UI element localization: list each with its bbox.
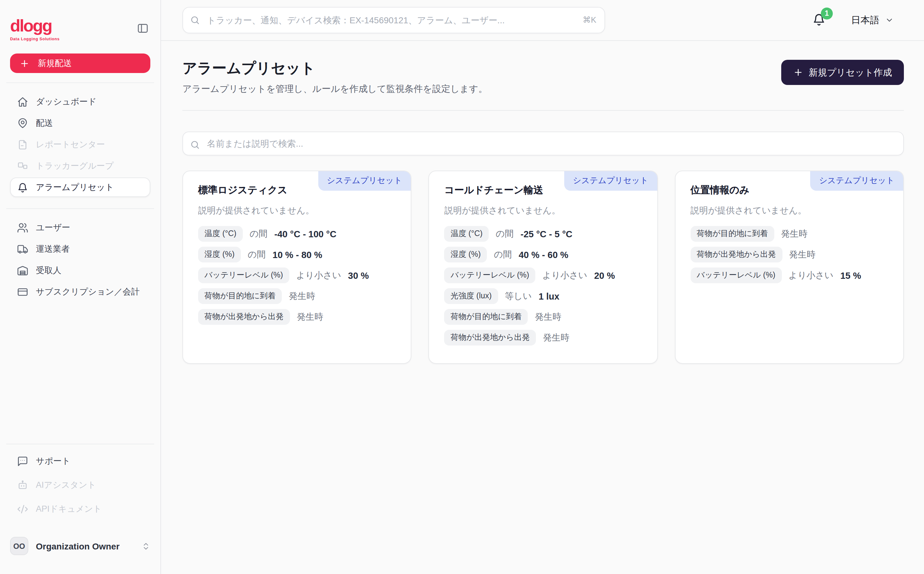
page-subtitle: アラームプリセットを管理し、ルールを作成して監視条件を設定します。: [182, 83, 487, 95]
create-preset-button[interactable]: 新規プリセット作成: [781, 60, 904, 85]
sidebar-item-subscription-accounting[interactable]: サブスクリプション／会計: [10, 282, 150, 301]
preset-card-cold-chain[interactable]: システムプリセット コールドチェーン輸送 説明が提供されていません。 温度 (°…: [429, 170, 658, 363]
sidebar-item-tracker-groups[interactable]: トラッカーグループ: [10, 156, 150, 176]
sidebar-nav-footer: サポート AIアシスタント APIドキュメント: [10, 451, 150, 522]
sidebar-item-carriers[interactable]: 運送業者: [10, 239, 150, 259]
rule-condition: 発生時: [781, 228, 808, 240]
sidebar-item-label: APIドキュメント: [36, 503, 102, 515]
sidebar-item-label: アラームプリセット: [36, 181, 114, 193]
sidebar-header: dlogg Data Logging Solutions: [10, 0, 150, 41]
rule-row: バッテリーレベル (%) より小さい 30 %: [198, 267, 396, 284]
rule-row: 荷物が目的地に到着 発生時: [198, 288, 396, 304]
sidebar-divider: [6, 444, 154, 444]
page-title: アラームプリセット: [182, 60, 487, 77]
rule-value: 40 % - 60 %: [519, 249, 568, 260]
rule-row: 光強度 (lux) 等しい 1 lux: [445, 288, 642, 304]
system-preset-badge: システムプリセット: [564, 171, 657, 191]
metric-chip: バッテリーレベル (%): [198, 268, 289, 283]
preset-description: 説明が提供されていません。: [198, 205, 396, 216]
bell-icon: [17, 181, 28, 193]
sidebar-item-dashboard[interactable]: ダッシュボード: [10, 92, 150, 111]
rule-condition: 等しい: [505, 290, 531, 302]
preset-card-grid: システムプリセット 標準ロジスティクス 説明が提供されていません。 温度 (°C…: [182, 170, 904, 363]
user-name: Organization Owner: [36, 541, 134, 551]
sidebar-item-recipients[interactable]: 受取人: [10, 260, 150, 280]
credit-card-icon: [17, 286, 28, 297]
preset-description: 説明が提供されていません。: [445, 205, 642, 216]
preset-card-location-only[interactable]: システムプリセット 位置情報のみ 説明が提供されていません。 荷物が目的地に到着…: [674, 170, 904, 363]
sidebar-item-label: ダッシュボード: [36, 96, 97, 107]
metric-chip: 湿度 (%): [445, 247, 487, 262]
rule-row: 温度 (°C) の間 -25 °C - 5 °C: [445, 226, 642, 242]
sidebar-item-api-docs[interactable]: APIドキュメント: [10, 498, 150, 520]
panel-left-icon: [137, 22, 149, 35]
rule-value: 15 %: [840, 270, 861, 281]
page-header: アラームプリセット アラームプリセットを管理し、ルールを作成して監視条件を設定し…: [182, 60, 904, 95]
rule-value: 20 %: [594, 270, 615, 281]
sidebar-divider: [6, 82, 154, 83]
rule-value: 30 %: [348, 270, 369, 281]
sidebar-item-label: 受取人: [36, 265, 61, 276]
chat-icon: [17, 456, 28, 467]
sidebar-spacer: [10, 303, 150, 434]
search-icon: [190, 15, 200, 25]
system-preset-badge: システムプリセット: [318, 171, 411, 191]
preset-filter-input[interactable]: [182, 131, 904, 155]
rule-row: 荷物が出発地から出発 発生時: [198, 309, 396, 325]
rule-list: 温度 (°C) の間 -25 °C - 5 °C 湿度 (%) の間 40 % …: [445, 226, 642, 346]
app-root: dlogg Data Logging Solutions 新規配送 ダッシュボー…: [0, 0, 924, 574]
rule-condition: 発生時: [543, 332, 569, 343]
rule-value: 1 lux: [539, 291, 559, 301]
sidebar-item-report-center[interactable]: レポートセンター: [10, 135, 150, 154]
preset-card-standard-logistics[interactable]: システムプリセット 標準ロジスティクス 説明が提供されていません。 温度 (°C…: [182, 170, 412, 363]
rule-row: 温度 (°C) の間 -40 °C - 100 °C: [198, 226, 396, 242]
main-area: ⌘K 1 日本語 アラームプリセット アラームプリセットを管理し、ルールを作成し…: [161, 0, 924, 574]
rule-condition: より小さい: [542, 270, 588, 281]
top-bar: ⌘K 1 日本語: [161, 0, 924, 41]
rule-value: -40 °C - 100 °C: [274, 229, 336, 239]
language-selector[interactable]: 日本語: [851, 14, 894, 26]
report-icon: [17, 139, 28, 150]
map-pin-icon: [17, 117, 28, 129]
sidebar-item-ai-assistant[interactable]: AIアシスタント: [10, 475, 150, 496]
sidebar-collapse-button[interactable]: [135, 21, 150, 38]
sidebar-item-shipments[interactable]: 配送: [10, 113, 150, 133]
plus-icon: [793, 67, 803, 77]
sidebar-item-users[interactable]: ユーザー: [10, 218, 150, 237]
top-bar-actions: 1 日本語: [812, 12, 894, 28]
sidebar-item-label: ユーザー: [36, 222, 70, 233]
rule-list: 温度 (°C) の間 -40 °C - 100 °C 湿度 (%) の間 10 …: [198, 226, 396, 325]
sidebar: dlogg Data Logging Solutions 新規配送 ダッシュボー…: [0, 0, 161, 574]
metric-chip: 温度 (°C): [445, 226, 489, 242]
create-preset-label: 新規プリセット作成: [809, 66, 892, 78]
language-label: 日本語: [851, 14, 879, 26]
avatar: OO: [10, 537, 28, 555]
keyboard-shortcut: ⌘K: [583, 15, 596, 25]
sidebar-item-label: サポート: [36, 456, 71, 467]
users-icon: [17, 222, 28, 233]
chevrons-up-down-icon: [141, 542, 150, 550]
rule-condition: の間: [248, 249, 266, 260]
rule-condition: 発生時: [535, 311, 561, 323]
user-menu[interactable]: OO Organization Owner: [10, 537, 150, 555]
preset-filter: [182, 131, 904, 155]
rule-row: 荷物が目的地に到着 発生時: [690, 226, 888, 242]
rule-row: 荷物が出発地から出発 発生時: [690, 246, 888, 263]
sidebar-item-label: AIアシスタント: [36, 479, 96, 491]
sidebar-item-support[interactable]: サポート: [10, 451, 150, 472]
metric-chip: 荷物が出発地から出発: [690, 247, 782, 262]
new-shipment-button[interactable]: 新規配送: [10, 54, 150, 73]
metric-chip: 湿度 (%): [198, 247, 241, 262]
metric-chip: 光強度 (lux): [445, 288, 498, 304]
metric-chip: 荷物が目的地に到着: [198, 288, 282, 304]
rule-row: 湿度 (%) の間 10 % - 80 %: [198, 246, 396, 263]
sidebar-nav-main: ダッシュボード 配送 レポートセンター トラッカーグループ アラームプリセット: [10, 92, 150, 199]
rule-value: -25 °C - 5 °C: [520, 229, 572, 239]
global-search-input[interactable]: [182, 7, 605, 33]
rule-condition: の間: [250, 228, 268, 240]
rule-condition: より小さい: [789, 270, 833, 281]
sidebar-item-alarm-presets[interactable]: アラームプリセット: [10, 178, 150, 197]
rule-row: 荷物が目的地に到着 発生時: [445, 309, 642, 325]
preset-description: 説明が提供されていません。: [690, 205, 888, 216]
notifications-button[interactable]: 1: [812, 12, 826, 28]
